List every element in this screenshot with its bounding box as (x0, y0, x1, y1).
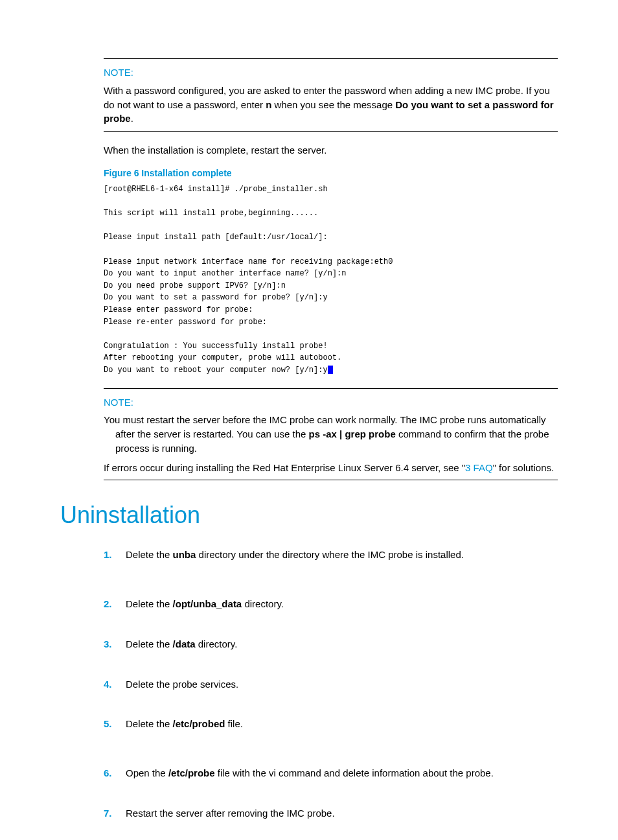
step-4: 4. Delete the probe services. (104, 677, 558, 692)
step-num: 3. (104, 637, 126, 651)
step-5: 5. Delete the /etc/probed file. (104, 717, 558, 731)
note-label: NOTE: (104, 65, 558, 80)
uninstall-steps: 1. Delete the unba directory under the d… (104, 548, 558, 820)
uninstallation-heading: Uninstallation (60, 498, 558, 532)
step-text: Delete the /etc/probed file. (126, 717, 243, 731)
note-block-2: NOTE: You must restart the server before… (104, 388, 558, 481)
note2-p2-post: " for solutions. (493, 462, 555, 473)
note-text: With a password configured, you are aske… (104, 84, 558, 126)
note2-p1-bold: ps -ax | grep probe (309, 428, 396, 439)
step-num: 5. (104, 717, 126, 731)
note-block-1: NOTE: With a password configured, you ar… (104, 58, 558, 132)
step-text: Delete the probe services. (126, 677, 238, 692)
faq-link[interactable]: 3 FAQ (465, 462, 493, 473)
step-2: 2. Delete the /opt/unba_data directory. (104, 597, 558, 611)
note2-p2-pre: If errors occur during installing the Re… (104, 462, 465, 473)
step-num: 1. (104, 548, 126, 562)
terminal-text: [root@RHEL6-1-x64 install]# ./probe_inst… (104, 185, 393, 375)
step-num: 4. (104, 677, 126, 692)
step-num: 2. (104, 597, 126, 611)
step-1: 1. Delete the unba directory under the d… (104, 548, 558, 562)
step-6: 6. Open the /etc/probe file with the vi … (104, 766, 558, 780)
figure-caption: Figure 6 Installation complete (104, 167, 558, 180)
step-num: 6. (104, 766, 126, 780)
note1-end: . (131, 113, 133, 124)
terminal-cursor-icon (328, 366, 333, 374)
note2-item1: You must restart the server before the I… (104, 413, 558, 455)
step-text: Delete the /data directory. (126, 637, 237, 651)
step-text: Delete the /opt/unba_data directory. (126, 597, 284, 611)
step-text: Restart the server after removing the IM… (126, 806, 335, 821)
step-3: 3. Delete the /data directory. (104, 637, 558, 651)
step-num: 7. (104, 806, 126, 821)
note1-mid: when you see the message (271, 99, 395, 110)
step-text: Delete the unba directory under the dire… (126, 548, 464, 562)
note2-item2: If errors occur during installing the Re… (104, 461, 558, 475)
step-7: 7. Restart the server after removing the… (104, 806, 558, 821)
note1-bold1: n (266, 99, 271, 110)
step-text: Open the /etc/probe file with the vi com… (126, 766, 494, 780)
body-restart-text: When the installation is complete, resta… (104, 143, 558, 158)
terminal-output: [root@RHEL6-1-x64 install]# ./probe_inst… (104, 183, 558, 377)
note-label-2: NOTE: (104, 395, 558, 410)
